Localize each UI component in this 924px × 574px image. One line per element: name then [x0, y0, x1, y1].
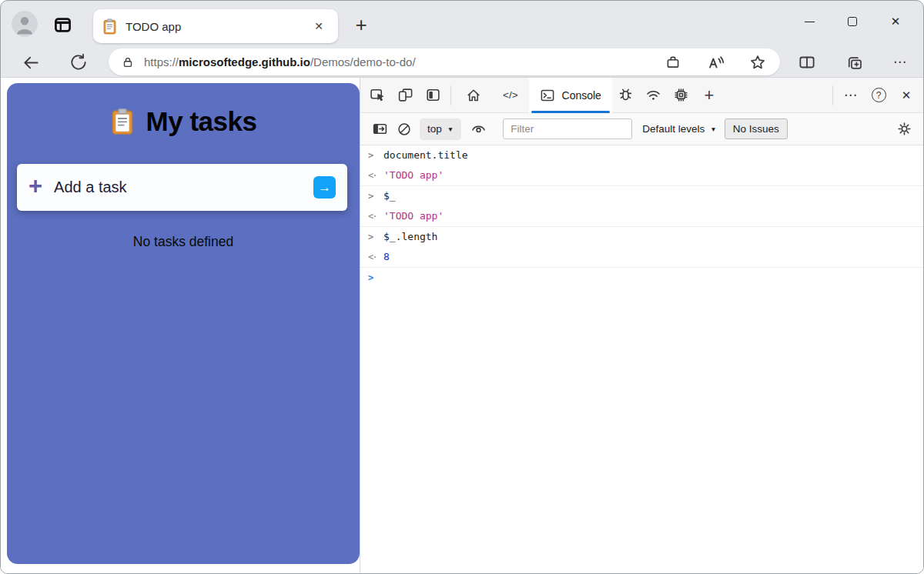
console-result-value: 8	[383, 251, 390, 263]
browser-window: TODO app ✕ + ✕ https://m	[0, 0, 924, 574]
add-task-submit-button[interactable]: →	[313, 176, 336, 199]
log-levels-label: Default levels	[642, 123, 705, 135]
device-emulation-icon	[397, 87, 413, 103]
context-selector-dropdown[interactable]: top ▼	[420, 118, 461, 140]
wifi-icon	[645, 87, 661, 103]
browser-tab[interactable]: TODO app ✕	[93, 9, 338, 43]
divider	[832, 85, 833, 105]
input-chevron-icon: >	[368, 231, 376, 243]
console-tab-label: Console	[562, 89, 601, 102]
code-icon: </>	[503, 89, 518, 101]
tab-debugger[interactable]	[612, 78, 640, 113]
profile-avatar[interactable]	[12, 11, 38, 37]
console-entry: > $_ <· 'TODO app'	[360, 186, 923, 227]
ellipsis-icon: ⋯	[893, 58, 907, 66]
arrow-right-icon: →	[318, 180, 331, 195]
console-input-row: > document.title	[360, 145, 923, 165]
address-bar[interactable]: https://microsoftedge.github.io/Demos/de…	[109, 48, 780, 75]
person-icon	[12, 11, 38, 37]
result-chevron-icon: <·	[368, 251, 376, 263]
briefcase-icon	[665, 54, 681, 71]
tab-close-icon[interactable]: ✕	[309, 16, 329, 36]
back-arrow-icon	[22, 53, 41, 72]
window-controls: ✕	[788, 4, 917, 39]
add-task-input[interactable]: Add a task	[54, 179, 313, 196]
tab-network[interactable]	[640, 78, 668, 113]
chevron-down-icon: ▼	[447, 125, 454, 133]
focus-mode-button[interactable]	[419, 78, 447, 113]
device-emulation-button[interactable]	[391, 78, 419, 113]
inspect-element-button[interactable]	[363, 78, 391, 113]
lock-icon	[121, 55, 135, 69]
browser-menu-button[interactable]: ⋯	[889, 51, 912, 74]
result-chevron-icon: <·	[368, 169, 376, 182]
app-header: My tasks	[7, 83, 360, 137]
page-title: My tasks	[146, 106, 257, 137]
console-result-row: <· 'TODO app'	[360, 165, 923, 185]
console-prompt-row[interactable]: >	[360, 268, 923, 288]
back-button[interactable]	[19, 51, 42, 74]
devtools-close-button[interactable]: ✕	[892, 78, 920, 113]
more-tools-button[interactable]: +	[695, 78, 723, 113]
split-screen-button[interactable]	[795, 51, 819, 74]
log-levels-dropdown[interactable]: Default levels ▼	[642, 123, 716, 135]
url-domain: microsoftedge.github.io	[179, 55, 310, 68]
console-log[interactable]: > document.title <· 'TODO app' > $_ <·	[360, 145, 923, 573]
collections-button[interactable]	[843, 51, 866, 74]
reload-button[interactable]	[67, 51, 90, 74]
gear-icon	[896, 121, 912, 137]
devtools-more-tabs-button[interactable]: ⋯	[837, 78, 865, 113]
url-scheme: https://	[144, 55, 179, 68]
empty-tasks-message: No tasks defined	[7, 234, 360, 250]
divider	[450, 85, 451, 105]
split-screen-icon	[798, 53, 816, 72]
browser-titlebar: TODO app ✕ + ✕	[1, 1, 923, 47]
tab-favicon-clipboard-icon	[102, 18, 117, 35]
new-tab-button[interactable]: +	[349, 12, 373, 37]
console-result-value: 'TODO app'	[383, 169, 444, 182]
todo-app-card: My tasks + Add a task → No tasks defined	[7, 83, 360, 564]
console-input-text: $_	[383, 190, 396, 202]
console-settings-button[interactable]	[892, 117, 916, 142]
chevron-down-icon: ▼	[710, 125, 716, 133]
tab-elements[interactable]: </>	[492, 78, 529, 113]
favorites-button[interactable]	[749, 54, 766, 71]
devtools-panel: </> Console	[360, 78, 923, 573]
maximize-icon	[848, 17, 857, 26]
browser-essentials-button[interactable]	[665, 54, 681, 71]
console-input-row: > $_	[360, 186, 923, 206]
read-aloud-button[interactable]	[706, 54, 725, 71]
home-icon	[466, 88, 481, 103]
no-issues-button[interactable]: No Issues	[725, 118, 788, 139]
maximize-button[interactable]	[831, 4, 874, 39]
console-entry: > $_.length <· 8	[360, 227, 923, 268]
url-path: /Demos/demo-to-do/	[310, 55, 416, 68]
star-icon	[749, 54, 766, 71]
live-expression-button[interactable]	[466, 117, 490, 142]
clear-console-button[interactable]	[392, 117, 417, 142]
console-input-text: $_.length	[383, 231, 437, 243]
tab-welcome[interactable]	[455, 78, 492, 113]
collections-icon	[845, 54, 865, 72]
add-task-row[interactable]: + Add a task →	[17, 164, 347, 211]
tab-console[interactable]: Console	[529, 78, 612, 113]
console-input-row: > $_.length	[360, 227, 923, 247]
bug-icon	[618, 87, 634, 103]
todo-page: My tasks + Add a task → No tasks defined	[1, 78, 360, 573]
workspaces-icon[interactable]	[52, 14, 73, 35]
tab-performance[interactable]	[668, 78, 695, 113]
console-input-text: document.title	[383, 149, 468, 162]
result-chevron-icon: <·	[368, 210, 376, 222]
inspect-icon	[370, 87, 386, 103]
prompt-chevron-icon: >	[368, 272, 376, 284]
console-result-row: <· 8	[360, 247, 923, 267]
console-sidebar-button[interactable]	[367, 117, 392, 142]
console-sidebar-icon	[372, 121, 388, 137]
filter-input[interactable]	[503, 118, 632, 139]
browser-navbar: https://microsoftedge.github.io/Demos/de…	[1, 47, 923, 78]
minimize-button[interactable]	[788, 4, 831, 39]
close-window-button[interactable]: ✕	[874, 4, 917, 39]
content-area: My tasks + Add a task → No tasks defined	[1, 78, 923, 573]
ellipsis-icon: ⋯	[844, 92, 858, 99]
devtools-help-button[interactable]: ?	[865, 78, 892, 113]
